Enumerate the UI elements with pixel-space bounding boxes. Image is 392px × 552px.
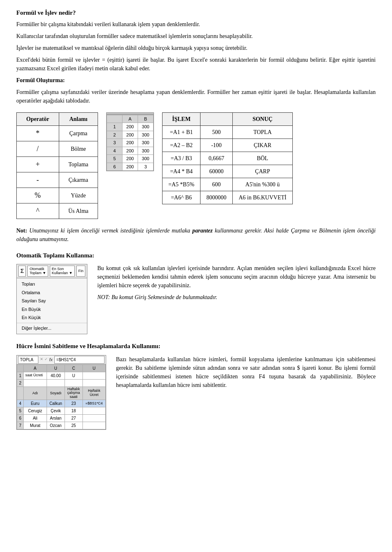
cell-A1: saat Ücreti [23, 372, 47, 379]
operator-symbol: * [17, 125, 59, 141]
ops-row: =A2 – B2-100ÇIKAR [163, 139, 293, 152]
excel-cell: 200 [122, 155, 138, 163]
ops-row: =A4 * B460000ÇARP [163, 165, 293, 178]
para6: Formüller çalışma sayfanızdaki veriler ü… [16, 88, 376, 105]
excel-cell: 200 [122, 131, 138, 139]
excel-cell: 300 [138, 123, 154, 131]
op-col-header-anlami: Anlamı [59, 112, 98, 125]
cell-C7: 25 [65, 422, 82, 429]
excel-row-num: 3 [107, 139, 122, 147]
formula-content: =$HS1*C4 [54, 356, 105, 364]
cell-C6: 27 [65, 415, 82, 422]
sigma-button[interactable]: Σ [18, 266, 26, 277]
ops-result: A5'nin %300 ü [232, 178, 292, 191]
ot-button[interactable]: OtomatikToplam ▼ [27, 266, 48, 277]
excel-row: 1200300 [107, 123, 154, 131]
ops-formula: =A5 *B5% [163, 178, 200, 191]
excel-row-num: 6 [107, 163, 122, 171]
name-box: TOPLA [18, 356, 38, 364]
excel-row: 4200300 [107, 147, 154, 155]
ops-value: 600 [200, 178, 233, 191]
excel-corner [107, 115, 122, 123]
fx-label: fx [49, 356, 53, 363]
note-prefix: Not: [16, 228, 29, 234]
operator-meaning: Çarpma [59, 125, 98, 141]
menu-separator [17, 323, 87, 323]
para2: Kullanıcılar tarafından oluşturulan form… [16, 32, 376, 40]
menu-item-enkucuk[interactable]: En Küçük [17, 313, 87, 322]
formula-icons: ✕ ✓ [40, 357, 48, 362]
cell-U2b [82, 379, 105, 387]
ot-text-block: Bu komut çok sık kullanılan işlevleri iç… [97, 264, 376, 305]
cell-U6: Arslan [47, 415, 65, 422]
cell-A5: Cerugiz [23, 407, 47, 415]
ops-value: -100 [200, 139, 233, 152]
menu-item-topla[interactable]: Topları [17, 280, 87, 288]
row-num-2: 2 [17, 379, 24, 387]
operator-symbol: - [17, 172, 59, 188]
tables-section: Operatör Anlamı *Çarpma/Bölme+Toplama-Çı… [16, 112, 376, 219]
ops-row: =A6^ B68000000A6 in B6.KUVVETİ [163, 191, 293, 204]
fin-button[interactable]: Fin [76, 266, 86, 277]
ot-menu: Topları Ortalama Sayıları Say En Büyük E… [17, 278, 87, 334]
excel-row: 62003 [107, 163, 154, 171]
para4-5: Excel'deki bütün formül ve işlevler = (e… [16, 56, 376, 73]
cell-U4: Calkun [47, 400, 65, 407]
excel-cell: 3 [138, 163, 154, 171]
ops-formula: =A6^ B6 [163, 191, 200, 204]
ops-value: 60000 [200, 165, 233, 178]
hucre-row-7: 7 Murat Ozcan 25 [17, 422, 106, 429]
ops-formula: =A1 + B1 [163, 125, 200, 139]
menu-item-ortalama[interactable]: Ortalama [17, 288, 87, 297]
excel-row: 5200300 [107, 155, 154, 163]
recent-button[interactable]: En SonKullanılan ▼ [50, 266, 75, 277]
hucre-row-4: 4 Euru Calkun 23 =$BS1*C4 [17, 400, 106, 407]
operator-row: *Çarpma [17, 125, 98, 141]
excel-col-A: A [122, 115, 138, 123]
ops-row: =A1 + B1500TOPLA [163, 125, 293, 139]
cell-U1b [82, 372, 105, 379]
cell-U2 [47, 379, 65, 387]
excel-row-num: 5 [107, 155, 122, 163]
ot-heading: Otomatik Toplamı Kullanma: [16, 251, 376, 260]
hucre-col-U2: U [82, 364, 105, 372]
hucre-excel-image: TOPLA ✕ ✓ fx =$HS1*C4 A U C U 1 saat Ücr… [16, 355, 106, 430]
cell-U5: Çevik [47, 407, 65, 415]
hucre-row-6: 6 Ali Arslan 27 [17, 415, 106, 422]
operator-symbol: % [17, 188, 59, 203]
ops-header-value [200, 112, 233, 125]
excel-cell: 200 [122, 123, 138, 131]
note-italic: Unutmayınız ki işlem önceliği vermek ist… [29, 228, 192, 234]
sigma-icon: Σ [20, 267, 24, 275]
op-col-header-operator: Operatör [17, 112, 59, 125]
hucre-row-header-labels: Adı Soyadı Haftalıkçalışmasaati Haftalık… [17, 387, 106, 400]
ops-table: İŞLEM SONUÇ =A1 + B1500TOPLA=A2 – B2-100… [162, 112, 293, 204]
excel-row: 2200300 [107, 131, 154, 139]
hucre-row-1: 1 saat Ücreti 40.00 U [17, 372, 106, 379]
label-soyadi: Soyadı [47, 387, 65, 400]
operator-row: /Bölme [17, 141, 98, 156]
note-bold: parantez [192, 228, 213, 234]
note-section: Not: Unutmayınız ki işlem önceliği verme… [16, 226, 376, 244]
ops-header-islem: İŞLEM [163, 112, 200, 125]
row-num-1: 1 [17, 372, 24, 379]
menu-item-say[interactable]: Sayıları Say [17, 297, 87, 305]
menu-item-enbuyuk[interactable]: En Büyük [17, 305, 87, 314]
cell-U5b [82, 407, 105, 415]
page-heading: Formül ve İşlev nedir? [16, 8, 376, 18]
excel-grid: A B 120030022003003200300420030052003006… [107, 115, 154, 171]
hucre-heading: Hücre İsmini Sabitleme ve Hesaplamalarda… [16, 342, 376, 351]
hucre-row-2: 2 [17, 379, 106, 387]
hucre-col-C: C [65, 364, 82, 372]
hucre-col-U: U [47, 364, 65, 372]
operator-row: %Yüzde [17, 188, 98, 203]
label-adi: Adı [23, 387, 47, 400]
hucre-row-5: 5 Cerugiz Çevik 18 [17, 407, 106, 415]
ops-row: =A5 *B5%600A5'nin %300 ü [163, 178, 293, 191]
cell-U6b [82, 415, 105, 422]
menu-item-diger[interactable]: Diğer İşleçler... [17, 324, 87, 333]
excel-row-num: 4 [107, 147, 122, 155]
cell-A4: Euru [23, 400, 47, 407]
hucre-section: TOPLA ✕ ✓ fx =$HS1*C4 A U C U 1 saat Ücr… [16, 355, 376, 430]
ops-result: TOPLA [232, 125, 292, 139]
